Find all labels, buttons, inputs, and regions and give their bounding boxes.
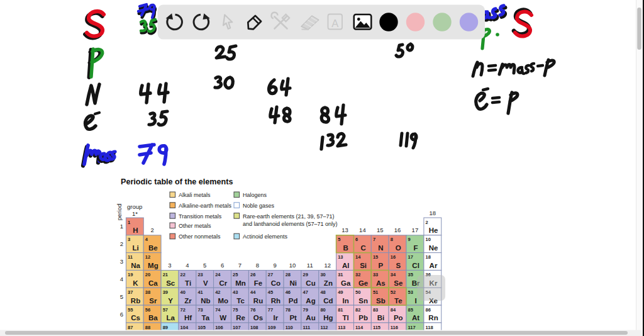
svg-text:116: 116 <box>391 325 398 330</box>
svg-text:73: 73 <box>197 307 203 313</box>
svg-text:9: 9 <box>273 262 276 269</box>
svg-text:Sc: Sc <box>166 279 175 287</box>
svg-text:21: 21 <box>163 272 168 277</box>
svg-text:18: 18 <box>430 210 436 216</box>
svg-text:30: 30 <box>320 272 325 277</box>
svg-text:Re: Re <box>236 314 245 322</box>
svg-text:13: 13 <box>341 227 348 233</box>
svg-text:Mo: Mo <box>218 297 228 305</box>
svg-text:53: 53 <box>408 289 413 295</box>
svg-text:72: 72 <box>180 307 186 313</box>
svg-text:50: 50 <box>355 289 360 295</box>
svg-text:Rn: Rn <box>428 314 438 322</box>
svg-text:57: 57 <box>163 307 168 313</box>
svg-text:Ga: Ga <box>341 279 351 287</box>
svg-text:11: 11 <box>307 262 313 269</box>
svg-text:37: 37 <box>128 289 133 295</box>
svg-text:7: 7 <box>238 262 242 269</box>
svg-text:1*: 1* <box>132 210 138 217</box>
svg-text:Po: Po <box>394 314 403 322</box>
svg-text:9: 9 <box>408 237 411 242</box>
svg-text:14: 14 <box>359 227 366 233</box>
svg-text:O: O <box>396 244 401 252</box>
svg-text:86: 86 <box>426 307 431 313</box>
svg-text:Rh: Rh <box>271 297 280 305</box>
svg-text:105: 105 <box>197 325 206 330</box>
svg-text:3: 3 <box>168 262 171 269</box>
svg-text:H: H <box>133 227 138 234</box>
svg-text:89: 89 <box>163 325 168 330</box>
svg-text:period: period <box>116 204 123 220</box>
svg-text:Al: Al <box>342 262 350 269</box>
svg-text:Ba: Ba <box>148 314 158 322</box>
svg-text:Tl: Tl <box>343 314 349 322</box>
svg-text:13: 13 <box>338 254 343 260</box>
svg-text:Alkaline-earth metals: Alkaline-earth metals <box>179 203 232 209</box>
svg-text:S: S <box>396 262 401 269</box>
svg-text:1: 1 <box>128 220 130 225</box>
svg-text:46: 46 <box>286 289 291 295</box>
svg-text:2: 2 <box>426 220 428 225</box>
svg-text:Ne: Ne <box>429 244 438 252</box>
svg-text:106: 106 <box>215 325 223 330</box>
svg-text:51: 51 <box>373 289 378 295</box>
svg-text:In: In <box>343 297 349 305</box>
svg-text:48: 48 <box>320 289 325 295</box>
svg-text:79: 79 <box>303 307 308 313</box>
svg-text:26: 26 <box>250 272 255 277</box>
svg-text:14: 14 <box>355 254 361 260</box>
svg-text:Ir: Ir <box>273 314 278 322</box>
svg-text:Ge: Ge <box>358 279 368 287</box>
svg-text:Bi: Bi <box>377 314 385 322</box>
svg-text:29: 29 <box>303 272 308 277</box>
svg-text:12: 12 <box>145 254 150 260</box>
svg-text:Noble gases: Noble gases <box>243 203 275 209</box>
svg-text:2: 2 <box>120 240 123 247</box>
svg-text:C: C <box>360 244 365 252</box>
svg-text:110: 110 <box>286 325 293 330</box>
svg-text:52: 52 <box>391 289 396 295</box>
svg-text:Co: Co <box>271 279 280 287</box>
svg-text:Fe: Fe <box>254 279 262 287</box>
svg-text:group: group <box>127 203 142 210</box>
svg-text:Periodic table of the elements: Periodic table of the elements <box>121 177 233 186</box>
svg-text:Ag: Ag <box>306 297 315 305</box>
svg-text:23: 23 <box>197 272 203 277</box>
svg-text:28: 28 <box>286 272 291 277</box>
svg-text:Cs: Cs <box>131 314 140 322</box>
svg-text:W: W <box>219 314 226 322</box>
svg-text:25: 25 <box>233 272 238 277</box>
svg-text:Rb: Rb <box>131 297 140 305</box>
svg-text:Ti: Ti <box>185 279 191 287</box>
svg-text:He: He <box>429 227 438 234</box>
svg-text:83: 83 <box>373 307 378 313</box>
svg-text:Ru: Ru <box>253 297 263 305</box>
svg-text:6: 6 <box>355 237 358 242</box>
svg-text:8: 8 <box>256 262 259 269</box>
svg-text:115: 115 <box>373 325 380 330</box>
svg-text:16: 16 <box>391 254 396 260</box>
svg-text:111: 111 <box>303 325 311 330</box>
svg-text:Li: Li <box>132 244 138 252</box>
svg-text:Mg: Mg <box>148 262 158 269</box>
svg-text:17: 17 <box>408 254 413 260</box>
svg-text:Zr: Zr <box>184 297 192 305</box>
svg-text:2: 2 <box>151 227 154 233</box>
svg-text:5: 5 <box>203 262 206 269</box>
svg-text:As: As <box>376 279 386 287</box>
svg-text:85: 85 <box>408 307 413 313</box>
svg-text:108: 108 <box>250 325 258 330</box>
svg-text:44: 44 <box>250 289 256 295</box>
svg-text:Be: Be <box>148 244 158 252</box>
svg-text:10: 10 <box>426 237 431 242</box>
svg-text:Actinoid elements: Actinoid elements <box>243 233 288 240</box>
svg-text:Sr: Sr <box>149 297 157 305</box>
svg-text:1: 1 <box>120 223 123 230</box>
svg-text:N: N <box>378 244 383 252</box>
svg-text:V: V <box>203 279 208 287</box>
svg-text:45: 45 <box>268 289 273 295</box>
svg-text:6: 6 <box>221 262 224 269</box>
svg-text:11: 11 <box>128 254 133 260</box>
svg-text:40: 40 <box>180 289 186 295</box>
svg-text:Tc: Tc <box>236 297 245 305</box>
